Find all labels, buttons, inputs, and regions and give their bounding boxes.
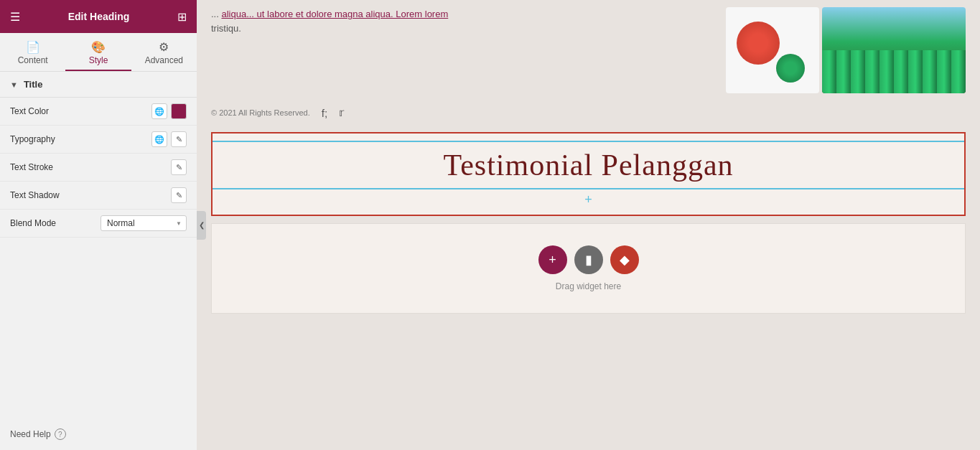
blend-mode-select[interactable]: Normal Multiply Screen Overlay Darken Li… (101, 215, 187, 231)
need-help-label: Need Help (10, 429, 51, 439)
drag-label: Drag widget here (556, 281, 621, 291)
chevron-icon: ▼ (10, 80, 18, 89)
tab-advanced[interactable]: ⚙ Advanced (131, 33, 197, 71)
tab-advanced-label: Advanced (145, 55, 183, 65)
typography-global-icon[interactable]: 🌐 (151, 131, 167, 147)
hamburger-icon[interactable]: ☰ (10, 10, 20, 24)
images-area (726, 7, 966, 93)
text-link[interactable]: aliqua... ut labore et dolore magna aliq… (221, 9, 448, 19)
blend-mode-select-wrapper: Normal Multiply Screen Overlay Darken Li… (101, 215, 187, 231)
typography-row: Typography 🌐 ✎ (0, 126, 197, 154)
advanced-icon: ⚙ (131, 40, 197, 54)
right-content: ... aliqua... ut labore et dolore magna … (197, 0, 980, 450)
blend-mode-row: Blend Mode Normal Multiply Screen Overla… (0, 210, 197, 238)
blue-underline-bottom (213, 188, 964, 189)
heading-section[interactable]: Testimonial Pelanggan + (211, 132, 966, 216)
folder-button[interactable]: ▮ (574, 245, 603, 274)
text-shadow-row: Text Shadow ✎ (0, 182, 197, 210)
text-stroke-row: Text Stroke ✎ (0, 154, 197, 182)
style-icon: 🎨 (65, 40, 131, 54)
top-text-area: ... aliqua... ut labore et dolore magna … (197, 0, 980, 100)
content-icon: 📄 (0, 40, 65, 54)
blend-mode-controls: Normal Multiply Screen Overlay Darken Li… (101, 215, 187, 231)
panel-tabs: 📄 Content 🎨 Style ⚙ Advanced (0, 33, 197, 72)
footer-area: © 2021 All Rights Reserved. f; 𝕣 (197, 100, 980, 125)
text-shadow-controls: ✎ (171, 187, 187, 203)
text-color-row: Text Color 🌐 (0, 98, 197, 126)
text-stroke-label: Text Stroke (10, 162, 171, 172)
typography-label: Typography (10, 134, 151, 144)
drag-buttons: + ▮ ◆ (538, 245, 639, 274)
copyright-text: © 2021 All Rights Reserved. (211, 108, 310, 117)
plus-handle[interactable]: + (213, 192, 964, 207)
blend-mode-label: Blend Mode (10, 218, 101, 228)
panel-title: Edit Heading (68, 11, 130, 22)
panel-collapse-arrow[interactable]: ❮ (197, 211, 206, 240)
text-shadow-edit-icon[interactable]: ✎ (171, 187, 187, 203)
tab-style[interactable]: 🎨 Style (65, 33, 131, 71)
text-color-label: Text Color (10, 106, 151, 116)
tab-style-label: Style (89, 55, 108, 65)
facebook-icon[interactable]: f; (322, 107, 327, 119)
need-help[interactable]: Need Help ? (0, 418, 197, 450)
garden-image (822, 7, 966, 93)
text-color-global-icon[interactable]: 🌐 (151, 103, 167, 119)
text-stroke-edit-icon[interactable]: ✎ (171, 159, 187, 175)
tab-content[interactable]: 📄 Content (0, 33, 65, 71)
heading-text: Testimonial Pelanggan (213, 142, 964, 188)
text-shadow-label: Text Shadow (10, 190, 171, 200)
typography-edit-icon[interactable]: ✎ (171, 131, 187, 147)
section-title: Title (24, 79, 43, 90)
left-panel: ☰ Edit Heading ⊞ 📄 Content 🎨 Style ⚙ Adv… (0, 0, 197, 450)
text-block: ... aliqua... ut labore et dolore magna … (211, 7, 711, 93)
text-snippet-2: tristiqu. (211, 23, 241, 34)
twitter-icon[interactable]: 𝕣 (339, 106, 344, 119)
grid-icon[interactable]: ⊞ (177, 10, 187, 24)
help-circle-icon: ? (55, 428, 66, 440)
typography-controls: 🌐 ✎ (151, 131, 187, 147)
text-color-swatch[interactable] (171, 103, 187, 119)
elementor-button[interactable]: ◆ (610, 245, 639, 274)
panel-header: ☰ Edit Heading ⊞ (0, 0, 197, 33)
drag-section: + ▮ ◆ Drag widget here (211, 223, 966, 314)
section-title-bar: ▼ Title (0, 72, 197, 98)
text-snippet: ... aliqua... ut labore et dolore magna … (211, 9, 448, 19)
add-widget-button[interactable]: + (538, 245, 567, 274)
text-color-controls: 🌐 (151, 103, 187, 119)
text-stroke-controls: ✎ (171, 159, 187, 175)
food-image (726, 7, 819, 93)
tab-content-label: Content (18, 55, 48, 65)
panel-body: ▼ Title Text Color 🌐 Typography 🌐 ✎ Text… (0, 72, 197, 418)
